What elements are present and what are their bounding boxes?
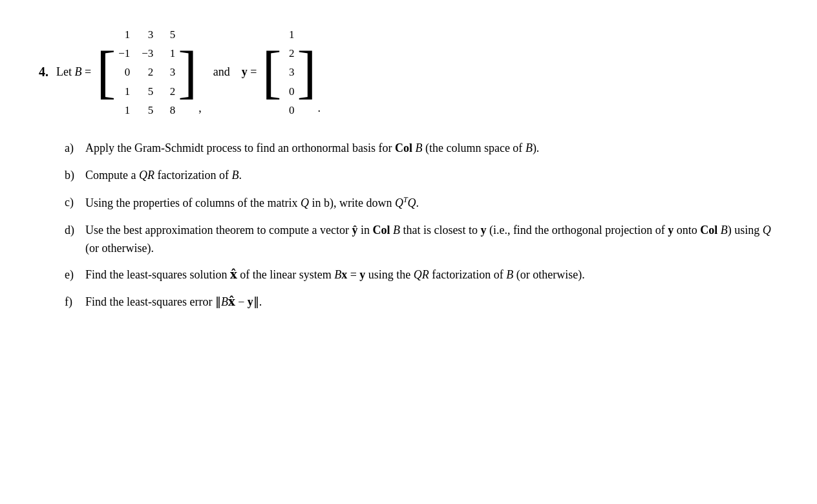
y-bold-label: y =	[242, 65, 257, 79]
matrix-cell: 0	[284, 101, 294, 119]
matrix-cell: 0	[118, 63, 130, 81]
part-f: f) Find the least-squares error ‖Bx̂ − y…	[65, 293, 778, 311]
matrix-cell: 2	[284, 45, 294, 62]
bracket-left-y: [	[262, 43, 281, 101]
matrix-B-wrapper: [ 1 3 5 −1 −3 1 0 2 3 1 5 2 1 5	[96, 26, 197, 119]
matrix-cell: 0	[284, 83, 294, 100]
matrix-y: 1 2 3 0 0	[284, 26, 294, 119]
part-d-label: d)	[65, 222, 85, 240]
part-f-label: f)	[65, 293, 85, 311]
part-d-text: Use the best approximation theorem to co…	[85, 222, 778, 258]
bracket-right-B: ]	[178, 43, 197, 101]
matrix-cell: 8	[165, 101, 175, 119]
period: .	[317, 101, 321, 119]
bracket-right-y: ]	[297, 43, 316, 101]
part-b-label: b)	[65, 167, 85, 185]
matrix-cell: 2	[142, 63, 153, 81]
bracket-left-B: [	[96, 43, 116, 101]
problem-header: 4. Let B = [ 1 3 5 −1 −3 1 0 2 3 1 5 2	[39, 26, 778, 119]
matrix-cell: 5	[142, 101, 153, 119]
comma: ,	[198, 101, 202, 119]
matrix-cell: −1	[118, 45, 130, 62]
problem-number: 4.	[39, 65, 48, 79]
matrix-cell: 1	[165, 45, 175, 62]
part-c-text: Using the properties of columns of the m…	[85, 194, 778, 213]
matrix-cell: 5	[142, 83, 153, 100]
matrix-y-wrapper: [ 1 2 3 0 0 ]	[262, 26, 316, 119]
part-f-text: Find the least-squares error ‖Bx̂ − y‖.	[85, 293, 778, 311]
matrix-cell: 1	[118, 101, 130, 119]
matrix-cell: 3	[165, 63, 175, 81]
part-c-label: c)	[65, 194, 85, 212]
part-b-text: Compute a QR factorization of B.	[85, 167, 778, 185]
and-label: and	[213, 65, 230, 79]
part-e-text: Find the least-squares solution x̂ of th…	[85, 266, 778, 284]
matrix-cell: 1	[118, 26, 130, 43]
matrix-cell: −3	[142, 45, 153, 62]
matrix-B: 1 3 5 −1 −3 1 0 2 3 1 5 2 1 5 8	[118, 26, 175, 119]
part-b: b) Compute a QR factorization of B.	[65, 167, 778, 185]
let-label: Let B =	[56, 65, 91, 79]
part-a-text: Apply the Gram-Schmidt process to find a…	[85, 140, 778, 158]
part-a: a) Apply the Gram-Schmidt process to fin…	[65, 140, 778, 158]
part-d: d) Use the best approximation theorem to…	[65, 222, 778, 258]
part-e-label: e)	[65, 266, 85, 284]
matrix-cell: 2	[165, 83, 175, 100]
matrix-cell: 1	[118, 83, 130, 100]
matrix-cell: 1	[284, 26, 294, 43]
part-a-label: a)	[65, 140, 85, 158]
matrix-cell: 3	[284, 63, 294, 81]
part-e: e) Find the least-squares solution x̂ of…	[65, 266, 778, 284]
matrix-cell: 3	[142, 26, 153, 43]
page-content: 4. Let B = [ 1 3 5 −1 −3 1 0 2 3 1 5 2	[39, 26, 778, 320]
parts-list: a) Apply the Gram-Schmidt process to fin…	[65, 140, 778, 311]
part-c: c) Using the properties of columns of th…	[65, 194, 778, 213]
matrix-cell: 5	[165, 26, 175, 43]
